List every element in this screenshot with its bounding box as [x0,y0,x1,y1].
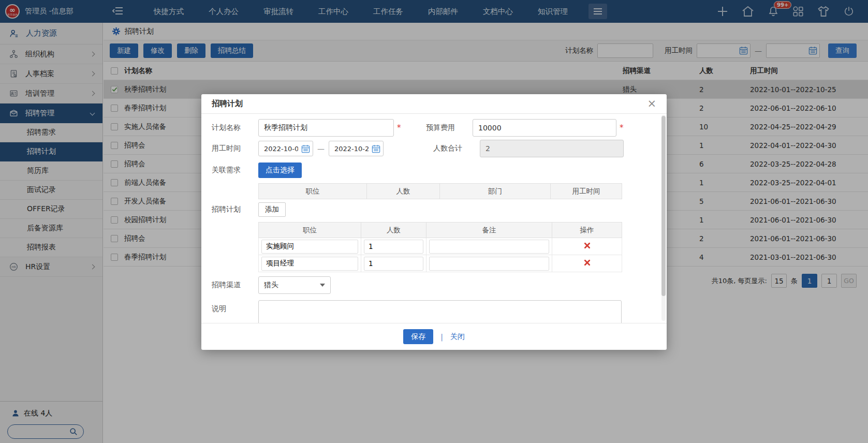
date-range-separator: — [317,144,325,153]
plan-table-row: 职位 人数 备注 操作 [212,222,648,272]
plan-col-remark: 备注 [426,223,552,238]
plan-table-data-row [259,255,622,272]
calendar-icon[interactable] [372,144,380,155]
work-time-label: 用工时间 [212,144,258,153]
required-mark: * [397,123,404,132]
field-row-related: 关联需求 点击选择 [212,163,648,178]
channel-select[interactable]: 猎头 [258,276,331,294]
plan-name-label: 计划名称 [212,123,258,132]
channel-selected-value: 猎头 [264,280,278,290]
total-count-group: 人数合计 [433,140,624,157]
dialog-scrollbar-thumb[interactable] [661,116,666,296]
position-input[interactable] [261,257,358,271]
delete-row-icon[interactable] [584,259,591,268]
delete-row-icon[interactable] [584,242,591,250]
note-label: 说明 [212,300,258,314]
related-table-row: 职位 人数 部门 用工时间 [212,183,648,199]
channel-label: 招聘渠道 [212,280,258,290]
required-mark: * [620,123,627,132]
position-input[interactable] [261,240,358,254]
plan-table-data-row [259,238,622,255]
select-arrow-icon [320,284,325,287]
recruit-plan-label: 招聘计划 [212,205,258,214]
dialog-body: 计划名称 * 预算费用 * 用工时间 — [201,114,667,323]
dialog-header: 招聘计划 × [201,94,667,114]
note-textarea[interactable] [258,300,622,323]
work-time-start [258,141,313,156]
dialog-footer: 保存 | 关闭 [201,323,667,350]
close-dialog-link[interactable]: 关闭 [450,332,465,342]
recruit-plan-table: 职位 人数 备注 操作 [258,222,622,272]
count-input[interactable] [364,240,423,254]
work-time-end [329,141,384,156]
app-window: ∞ 华天动力 管理员 -信息部 快捷方式 个人办公 审批流转 工作中心 工作任务… [0,0,868,443]
click-select-button[interactable]: 点击选择 [258,163,302,178]
plan-col-count: 人数 [361,223,426,238]
dialog-title: 招聘计划 [212,99,243,109]
field-row-plan-add: 招聘计划 添加 [212,202,648,217]
plan-col-position: 职位 [259,223,361,238]
field-row-note: 说明 [212,300,648,323]
related-col-count: 人数 [367,184,440,199]
total-count-label: 人数合计 [433,144,480,153]
related-demand-label: 关联需求 [212,166,258,175]
close-icon[interactable]: × [647,98,656,109]
add-row-button[interactable]: 添加 [258,202,286,217]
calendar-icon[interactable] [301,144,310,155]
save-button[interactable]: 保存 [403,329,433,344]
related-col-time: 用工时间 [551,184,622,199]
field-row-channel: 招聘渠道 猎头 [212,276,648,294]
plan-name-input[interactable] [258,119,394,137]
remark-input[interactable] [429,240,549,254]
total-count-input [480,140,624,157]
budget-input[interactable] [473,119,616,137]
budget-label: 预算费用 [426,123,473,132]
plan-col-action: 操作 [552,223,622,238]
count-input[interactable] [364,257,423,271]
footer-separator: | [440,333,443,341]
related-col-position: 职位 [259,184,367,199]
recruitment-plan-dialog: 招聘计划 × 计划名称 * 预算费用 * 用工时间 [201,94,667,350]
remark-input[interactable] [429,257,549,271]
related-col-dept: 部门 [440,184,551,199]
budget-group: 预算费用 * [426,119,627,137]
field-row-time-total: 用工时间 — 人数合计 [212,140,648,157]
related-demand-table: 职位 人数 部门 用工时间 [258,183,622,199]
field-row-name-budget: 计划名称 * 预算费用 * [212,119,648,137]
